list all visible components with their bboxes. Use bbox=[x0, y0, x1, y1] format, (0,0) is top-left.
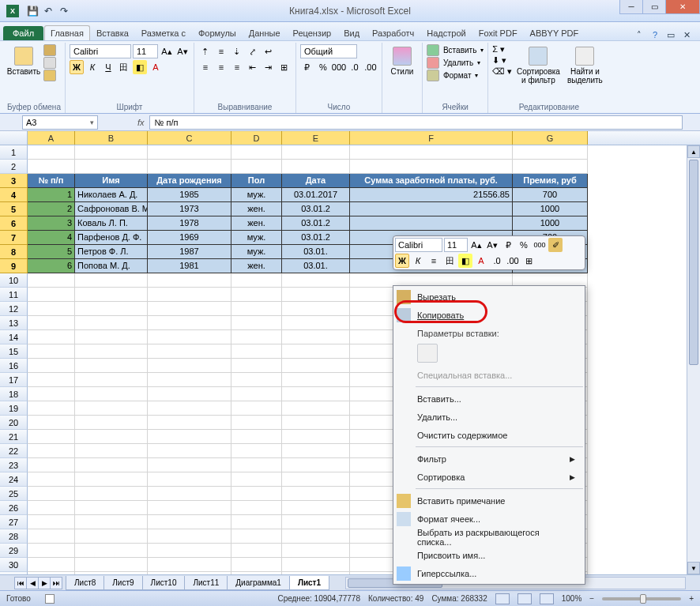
cell[interactable] bbox=[148, 430, 231, 444]
ctx-sort[interactable]: Сортировка▶ bbox=[393, 468, 585, 486]
cell[interactable] bbox=[231, 458, 282, 472]
cell[interactable] bbox=[282, 529, 350, 544]
sheet-tab[interactable]: Лист1 bbox=[289, 576, 329, 590]
sheet-nav-button[interactable]: ⏮ bbox=[14, 577, 27, 589]
row-header[interactable]: 15 bbox=[0, 344, 28, 359]
cell[interactable] bbox=[75, 487, 148, 501]
cell[interactable] bbox=[28, 330, 75, 344]
cell[interactable] bbox=[350, 202, 513, 216]
cell[interactable] bbox=[75, 416, 148, 430]
cell[interactable] bbox=[148, 444, 231, 458]
cell[interactable] bbox=[282, 472, 350, 487]
underline-button[interactable]: Ч bbox=[101, 60, 115, 74]
cell[interactable] bbox=[350, 160, 513, 174]
vertical-scrollbar[interactable]: ▲ ▼ bbox=[687, 145, 700, 574]
orientation-icon[interactable]: ⤤ bbox=[246, 44, 260, 58]
cell[interactable] bbox=[148, 416, 231, 430]
cell[interactable] bbox=[75, 544, 148, 558]
cell[interactable]: 1978 bbox=[148, 216, 231, 231]
row-header[interactable]: 6 bbox=[0, 216, 28, 231]
mini-inc-decimal-icon[interactable]: .0 bbox=[490, 254, 504, 268]
ribbon-tab-7[interactable]: Разработч bbox=[366, 25, 420, 40]
sheet-nav-button[interactable]: ⏭ bbox=[50, 577, 62, 589]
mini-italic-button[interactable]: К bbox=[411, 254, 425, 268]
column-header[interactable]: G bbox=[513, 131, 588, 145]
cell[interactable]: Петров Ф. Л. bbox=[75, 245, 148, 259]
row-header[interactable]: 21 bbox=[0, 430, 28, 444]
row-header[interactable]: 17 bbox=[0, 373, 28, 387]
indent-dec-icon[interactable]: ⇤ bbox=[246, 60, 260, 74]
ctx-insert[interactable]: Вставить... bbox=[393, 390, 585, 408]
align-top-icon[interactable]: ⇡ bbox=[198, 44, 213, 58]
cell[interactable] bbox=[148, 302, 231, 316]
cell[interactable] bbox=[282, 373, 350, 387]
close-button[interactable]: ✕ bbox=[665, 0, 700, 14]
cell[interactable] bbox=[28, 344, 75, 359]
wrap-text-icon[interactable]: ↩ bbox=[262, 44, 276, 58]
cell[interactable] bbox=[75, 401, 148, 416]
cell[interactable]: 1987 bbox=[148, 245, 231, 259]
mini-percent-icon[interactable]: % bbox=[517, 238, 531, 252]
cell[interactable] bbox=[28, 145, 75, 160]
cell[interactable] bbox=[75, 273, 148, 288]
cell[interactable] bbox=[282, 302, 350, 316]
cell[interactable]: 5 bbox=[28, 245, 75, 259]
cell[interactable] bbox=[231, 359, 282, 373]
sheet-tab[interactable]: Лист8 bbox=[66, 576, 104, 590]
cell[interactable] bbox=[231, 387, 282, 401]
row-header[interactable]: 1 bbox=[0, 145, 28, 160]
cell[interactable] bbox=[28, 273, 75, 288]
cut-icon[interactable] bbox=[43, 44, 56, 56]
sheet-tab[interactable]: Диаграмма1 bbox=[227, 576, 290, 590]
cell[interactable] bbox=[28, 387, 75, 401]
cell[interactable] bbox=[282, 401, 350, 416]
ribbon-tab-2[interactable]: Разметка с bbox=[135, 25, 192, 40]
cell[interactable] bbox=[75, 387, 148, 401]
cell[interactable] bbox=[148, 359, 231, 373]
mini-bold-button[interactable]: Ж bbox=[395, 254, 409, 268]
cell[interactable] bbox=[231, 316, 282, 330]
mini-border-icon[interactable]: 田 bbox=[442, 254, 457, 268]
row-header[interactable]: 9 bbox=[0, 259, 28, 273]
cell[interactable]: Парфенов Д. Ф. bbox=[75, 231, 148, 245]
mini-currency-icon[interactable]: ₽ bbox=[501, 238, 515, 252]
cell[interactable] bbox=[75, 444, 148, 458]
ribbon-tab-0[interactable]: Главная bbox=[44, 25, 90, 40]
save-icon[interactable]: 💾 bbox=[25, 4, 40, 18]
ctx-cut[interactable]: Вырезать bbox=[393, 288, 585, 306]
row-header[interactable]: 27 bbox=[0, 515, 28, 529]
cell[interactable]: 03.01.2 bbox=[282, 231, 350, 245]
row-header[interactable]: 25 bbox=[0, 487, 28, 501]
cell[interactable] bbox=[75, 458, 148, 472]
cell[interactable] bbox=[231, 430, 282, 444]
align-right-icon[interactable]: ≡ bbox=[230, 60, 244, 74]
mini-shrink-font-icon[interactable]: A▾ bbox=[485, 238, 499, 252]
ctx-insert-comment[interactable]: Вставить примечание bbox=[393, 491, 585, 510]
cell[interactable] bbox=[282, 544, 350, 558]
cell[interactable]: муж. bbox=[231, 231, 282, 245]
cell[interactable] bbox=[75, 373, 148, 387]
cell[interactable] bbox=[231, 373, 282, 387]
cell[interactable]: 1973 bbox=[148, 202, 231, 216]
cell[interactable] bbox=[231, 529, 282, 544]
cell[interactable] bbox=[148, 515, 231, 529]
cell[interactable]: 03.01. bbox=[282, 245, 350, 259]
cell[interactable] bbox=[75, 288, 148, 302]
cell[interactable] bbox=[231, 487, 282, 501]
cell[interactable] bbox=[350, 145, 513, 160]
minimize-ribbon-icon[interactable]: ˄ bbox=[634, 29, 645, 40]
insert-cells-icon[interactable] bbox=[427, 44, 439, 56]
cell[interactable]: № п/п bbox=[28, 174, 75, 188]
sheet-tab[interactable]: Лист9 bbox=[103, 576, 142, 590]
percent-icon[interactable]: % bbox=[316, 60, 330, 74]
zoom-in-icon[interactable]: + bbox=[689, 594, 694, 603]
cell[interactable] bbox=[282, 273, 350, 288]
select-all-corner[interactable] bbox=[0, 131, 28, 145]
fill-color-button[interactable]: ◧ bbox=[133, 60, 147, 74]
ctx-clear[interactable]: Очистить содержимое bbox=[393, 426, 585, 444]
cell[interactable] bbox=[231, 558, 282, 572]
currency-icon[interactable]: ₽ bbox=[300, 60, 314, 74]
sheet-nav-button[interactable]: ◀ bbox=[26, 577, 39, 589]
cell[interactable] bbox=[28, 160, 75, 174]
cell[interactable] bbox=[28, 430, 75, 444]
